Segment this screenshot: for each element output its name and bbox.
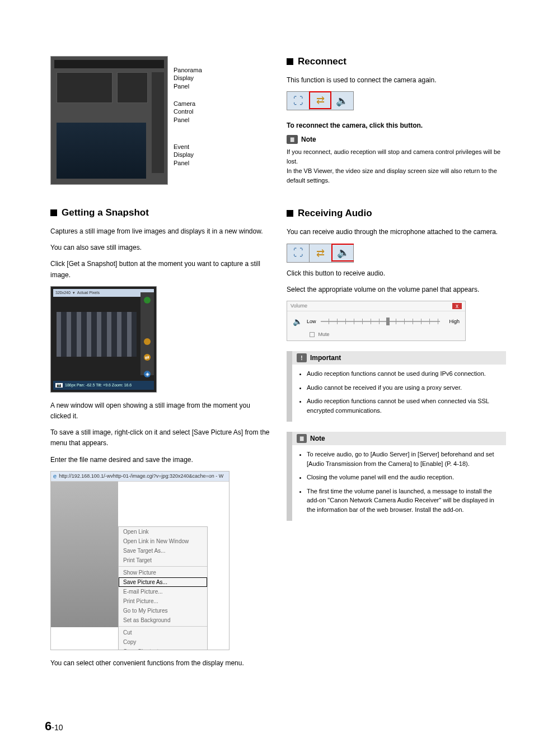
snapshot-desc-6: Enter the file name desired and save the… [50,455,270,465]
volume-panel-figure: Volume x 🔈 Low High Mute [287,301,466,341]
square-bullet-icon [287,210,293,217]
speaker-icon: 🔈 [337,246,349,259]
reconnect-button[interactable]: ⇄ [309,91,331,109]
page-number: 10 [54,723,63,732]
square-bullet-icon [50,209,57,216]
menu-print-target[interactable]: Print Target [119,556,207,565]
volume-low-label: Low [307,319,316,324]
snap-status-label: 186px Pan: -62.5 Tilt: +9.6 Zoom: 16.6 [65,383,132,387]
audio-toolbar-figure: ⛶ ⇄ 🔈 [287,244,354,263]
right-click-menu: Open Link Open Link in New Window Save T… [118,526,208,650]
page-footer: 6-10 [45,719,63,734]
ie-icon: e [53,473,57,479]
audio-button[interactable]: 🔈 [331,244,354,262]
important-item-1: Audio reception functions cannot be used… [307,369,499,379]
fullscreen-button[interactable]: ⛶ [287,244,310,262]
square-bullet-icon [287,58,293,65]
note-icon: ≣ [297,434,307,443]
audio-desc-1: You can receive audio through the microp… [287,227,506,237]
snapshot-window-figure: 320x240 ▾ Actual Pixels ⇄ ◈ 📷 186px Pan:… [50,286,157,393]
fullscreen-button[interactable]: ⛶ [287,92,310,110]
reconnect-desc: This function is used to connect the cam… [287,75,506,86]
snapshot-desc-5: To save a still image, right-click on it… [50,427,270,449]
menu-cut[interactable]: Cut [119,628,207,637]
snapshot-desc-4: A new window will open showing a still i… [50,400,270,422]
note-item-1: To receive audio, go to [Audio Server] i… [307,450,499,468]
annotation-event-display: Event Display Panel [174,143,194,167]
snapshot-desc-1: Captures a still image from live images … [50,226,270,237]
annotation-camera-control: Camera Control Panel [174,100,195,124]
context-menu-figure: e http://192.168.100.1/-wvhttp-01-/image… [50,471,229,650]
menu-open-link[interactable]: Open Link [119,527,207,536]
fullscreen-icon: ⛶ [293,247,303,259]
heading-receiving-audio: Receiving Audio [287,208,506,219]
important-icon: ! [297,353,307,362]
volume-panel-title: Volume [291,303,307,309]
snap-size-label: 320x240 [55,291,71,295]
heading-getting-snapshot: Getting a Snapshot [50,207,270,218]
mute-label: Mute [318,332,330,337]
menu-save-target-as[interactable]: Save Target As... [119,546,207,556]
reconnect-instruction: To reconnect the camera, click this butt… [287,122,506,129]
reconnect-button[interactable]: ⇄ [310,244,332,262]
reconnect-icon: ⇄ [316,94,325,106]
audio-button[interactable]: 🔈 [331,92,353,110]
fullscreen-viewer-figure: Panorama Display Panel Camera Control Pa… [50,56,270,185]
note-item-3: The first time the volume panel is launc… [307,487,499,515]
reconnect-toolbar-figure: ⛶ ⇄ 🔈 [287,91,354,110]
note-item-2: Closing the volume panel will end the au… [307,473,499,482]
mute-checkbox[interactable] [310,332,315,337]
menu-email-picture[interactable]: E-mail Picture... [119,587,207,596]
speaker-icon: 🔈 [336,95,348,107]
important-item-2: Audio cannot be received if you are usin… [307,383,499,393]
speaker-icon: 🔈 [293,317,302,326]
menu-save-picture-as[interactable]: Save Picture As... [119,577,207,587]
chapter-number: 6 [45,719,51,733]
camera-icon: 📷 [55,383,63,388]
reconnect-note-text: If you reconnect, audio reception will s… [287,147,506,185]
snapshot-desc-7: You can select other convenient function… [50,658,270,669]
important-item-3: Audio reception functions cannot be used… [307,396,499,415]
heading-reconnect: Reconnect [287,56,506,67]
snapshot-desc-3: Click [Get a Snapshot] button at the mom… [50,259,270,280]
snapshot-desc-2: You can also save still images. [50,242,270,253]
fullscreen-viewer-screenshot [50,56,168,185]
menu-open-link-new-window[interactable]: Open Link in New Window [119,536,207,546]
menu-show-picture[interactable]: Show Picture [119,568,207,577]
note-icon: ≣ [287,135,298,144]
important-label: Important [310,354,341,362]
annotation-panorama: Panorama Display Panel [174,66,202,90]
menu-go-to-my-pictures[interactable]: Go to My Pictures [119,606,207,615]
fullscreen-icon: ⛶ [293,95,303,107]
menu-print-picture[interactable]: Print Picture... [119,596,207,606]
volume-high-label: High [449,319,460,324]
audio-desc-3: Select the appropriate volume on the vol… [287,284,506,295]
snap-mode-label: Actual Pixels [77,291,100,295]
note-callout: ≣ Note To receive audio, go to [Audio Se… [287,432,506,521]
menu-copy-shortcut[interactable]: Copy Shortcut [119,647,207,650]
close-icon[interactable]: x [452,303,462,309]
volume-slider[interactable] [321,321,441,322]
reconnect-icon: ⇄ [316,247,325,259]
note-label: Note [310,435,325,442]
note-heading: ≣ Note [287,135,506,144]
important-callout: ! Important Audio reception functions ca… [287,351,506,422]
audio-desc-2: Click this button to receive audio. [287,268,506,279]
context-url: http://192.168.100.1/-wvhttp-01-/image.c… [59,473,223,479]
menu-set-as-background[interactable]: Set as Background [119,615,207,625]
menu-copy[interactable]: Copy [119,637,207,647]
